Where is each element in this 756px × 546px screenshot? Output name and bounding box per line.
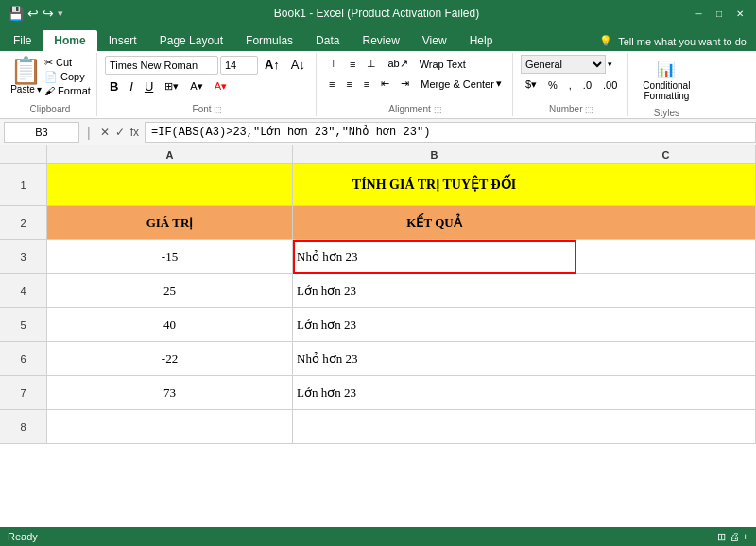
col-header-a[interactable]: A (47, 145, 293, 163)
alignment-dialog-button[interactable]: ⬚ (434, 105, 442, 114)
confirm-formula-icon[interactable]: ✓ (113, 126, 127, 139)
number-format-select[interactable]: General (521, 55, 606, 74)
lightbulb-icon: 💡 (599, 35, 612, 47)
font-name-input[interactable] (105, 56, 218, 75)
tab-help[interactable]: Help (458, 30, 505, 51)
align-bottom-button[interactable]: ⊥ (362, 55, 381, 73)
increase-decimal-button[interactable]: .00 (598, 77, 622, 94)
cell-a7[interactable]: 73 (47, 376, 293, 410)
align-top-button[interactable]: ⊤ (324, 55, 343, 73)
tab-formulas[interactable]: Formulas (234, 30, 304, 51)
table-row (47, 410, 756, 444)
cell-b1[interactable]: TÍNH GIÁ TRỊ TUYỆT ĐỐI (293, 164, 576, 206)
cell-c2[interactable] (576, 206, 756, 240)
cell-c7[interactable] (576, 376, 756, 410)
cell-c8[interactable] (576, 410, 756, 444)
align-right-button[interactable]: ≡ (359, 76, 374, 93)
paste-dropdown[interactable]: ▾ (37, 84, 42, 94)
tab-page-layout[interactable]: Page Layout (148, 30, 234, 51)
tab-insert[interactable]: Insert (97, 30, 148, 51)
col-header-c[interactable]: C (576, 145, 756, 163)
tab-home[interactable]: Home (43, 30, 96, 51)
cell-a1[interactable] (47, 164, 293, 206)
row-num-2[interactable]: 2 (0, 206, 47, 240)
font-color-button[interactable]: A▾ (210, 77, 232, 95)
format-painter-button[interactable]: 🖌 Format (44, 85, 91, 96)
fill-color-button[interactable]: A▾ (185, 77, 207, 95)
cell-a3[interactable]: -15 (47, 240, 293, 274)
underline-button[interactable]: U (140, 77, 158, 96)
font-size-input[interactable] (220, 56, 258, 75)
undo-icon[interactable]: ↩ (27, 6, 39, 21)
cell-b3[interactable]: Nhỏ hơn 23 (293, 240, 576, 274)
cell-c5[interactable] (576, 308, 756, 342)
cell-b8[interactable] (293, 410, 576, 444)
name-box[interactable] (4, 122, 79, 143)
insert-function-icon[interactable]: fx (129, 126, 141, 139)
cancel-formula-icon[interactable]: ✕ (98, 126, 112, 139)
decrease-font-button[interactable]: A↓ (286, 55, 310, 75)
cell-a5[interactable]: 40 (47, 308, 293, 342)
close-button[interactable]: ✕ (731, 5, 748, 22)
status-right: ⊞ 🖨 + (717, 531, 748, 543)
cell-c3[interactable] (576, 240, 756, 274)
row-num-6[interactable]: 6 (0, 342, 47, 376)
maximize-button[interactable]: □ (711, 5, 728, 22)
cell-c4[interactable] (576, 274, 756, 308)
row-num-7[interactable]: 7 (0, 376, 47, 410)
tab-view[interactable]: View (411, 30, 458, 51)
wrap-text-button[interactable]: Wrap Text (415, 56, 471, 73)
bold-button[interactable]: B (105, 77, 123, 96)
cell-a6[interactable]: -22 (47, 342, 293, 376)
merge-center-button[interactable]: Merge & Center ▾ (416, 75, 507, 93)
currency-button[interactable]: $▾ (521, 76, 541, 94)
paste-label[interactable]: Paste (10, 84, 35, 94)
align-left-button[interactable]: ≡ (324, 76, 339, 93)
redo-icon[interactable]: ↪ (43, 6, 54, 21)
cell-b2[interactable]: KẾT QUẢ (293, 206, 576, 240)
row-num-4[interactable]: 4 (0, 274, 47, 308)
cell-a8[interactable] (47, 410, 293, 444)
orientation-button[interactable]: ab↗ (383, 55, 412, 73)
tab-data[interactable]: Data (304, 30, 351, 51)
align-center-button[interactable]: ≡ (341, 76, 356, 93)
increase-indent-button[interactable]: ⇥ (396, 75, 414, 93)
decrease-decimal-button[interactable]: .0 (578, 77, 596, 94)
decrease-indent-button[interactable]: ⇤ (376, 75, 394, 93)
cell-b5[interactable]: Lớn hơn 23 (293, 308, 576, 342)
comma-button[interactable]: , (564, 77, 576, 94)
grid-content: TÍNH GIÁ TRỊ TUYỆT ĐỐI GIÁ TRỊ KẾT QUẢ -… (47, 164, 756, 444)
cell-b6[interactable]: Nhỏ hơn 23 (293, 342, 576, 376)
tell-me-bar[interactable]: 💡 Tell me what you want to do (592, 31, 754, 51)
row-num-1[interactable]: 1 (0, 164, 47, 206)
paste-button[interactable]: 📋 (9, 58, 43, 84)
cell-c6[interactable] (576, 342, 756, 376)
minimize-button[interactable]: ─ (690, 5, 707, 22)
number-dialog-button[interactable]: ⬚ (585, 105, 593, 114)
percent-button[interactable]: % (543, 77, 562, 94)
tab-review[interactable]: Review (351, 30, 410, 51)
font-dialog-button[interactable]: ⬚ (214, 105, 222, 114)
cut-button[interactable]: ✂ Cut (44, 57, 91, 69)
row-num-8[interactable]: 8 (0, 410, 47, 444)
formula-input[interactable] (145, 122, 756, 143)
tab-file[interactable]: File (2, 30, 43, 51)
italic-button[interactable]: I (125, 77, 138, 96)
cf-icon: 📊 (657, 60, 676, 78)
row-num-5[interactable]: 5 (0, 308, 47, 342)
col-header-b[interactable]: B (293, 145, 576, 163)
align-middle-button[interactable]: ≡ (345, 56, 360, 73)
row-num-3[interactable]: 3 (0, 240, 47, 274)
cell-a4[interactable]: 25 (47, 274, 293, 308)
cell-b7[interactable]: Lớn hơn 23 (293, 376, 576, 410)
increase-font-button[interactable]: A↑ (260, 55, 284, 75)
cell-c1[interactable] (576, 164, 756, 206)
save-icon[interactable]: 💾 (8, 6, 24, 21)
cell-a2[interactable]: GIÁ TRỊ (47, 206, 293, 240)
cell-b4[interactable]: Lớn hơn 23 (293, 274, 576, 308)
number-dropdown[interactable]: ▾ (608, 60, 612, 69)
conditional-formatting-button[interactable]: 📊 ConditionalFormatting (636, 55, 696, 106)
copy-button[interactable]: 📄 Copy (44, 71, 91, 83)
number-content: General ▾ $▾ % , .0 .00 (521, 55, 622, 102)
border-button[interactable]: ⊞▾ (160, 77, 183, 95)
